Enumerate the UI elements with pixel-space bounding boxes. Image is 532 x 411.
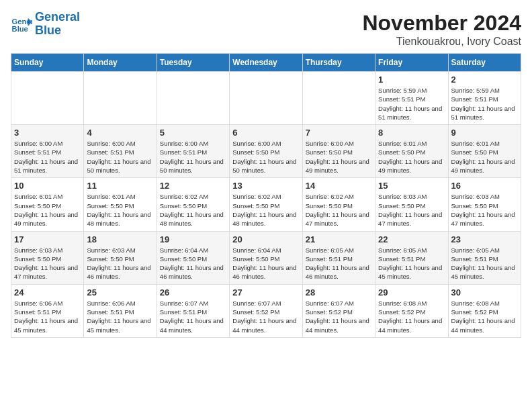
calendar-cell: 8Sunrise: 6:01 AM Sunset: 5:50 PM Daylig… [375, 125, 448, 178]
day-number: 17 [14, 234, 81, 244]
day-info: Sunrise: 5:59 AM Sunset: 5:51 PM Dayligh… [451, 86, 518, 122]
calendar-week-row: 3Sunrise: 6:00 AM Sunset: 5:51 PM Daylig… [11, 125, 521, 178]
logo-icon: General Blue [11, 13, 32, 35]
day-number: 21 [306, 234, 372, 244]
calendar-week-row: 17Sunrise: 6:03 AM Sunset: 5:50 PM Dayli… [11, 231, 521, 284]
day-number: 9 [451, 128, 518, 138]
calendar-cell: 27Sunrise: 6:07 AM Sunset: 5:52 PM Dayli… [230, 284, 302, 337]
calendar-cell: 17Sunrise: 6:03 AM Sunset: 5:50 PM Dayli… [11, 231, 84, 284]
day-info: Sunrise: 6:03 AM Sunset: 5:50 PM Dayligh… [378, 192, 445, 228]
calendar-week-row: 10Sunrise: 6:01 AM Sunset: 5:50 PM Dayli… [11, 178, 521, 231]
calendar-cell: 1Sunrise: 5:59 AM Sunset: 5:51 PM Daylig… [375, 72, 448, 125]
day-number: 1 [378, 75, 445, 85]
day-header-wednesday: Wednesday [230, 54, 302, 72]
calendar-week-row: 24Sunrise: 6:06 AM Sunset: 5:51 PM Dayli… [11, 284, 521, 337]
day-info: Sunrise: 6:02 AM Sunset: 5:50 PM Dayligh… [160, 192, 226, 228]
calendar-cell: 3Sunrise: 6:00 AM Sunset: 5:51 PM Daylig… [11, 125, 84, 178]
day-info: Sunrise: 6:04 AM Sunset: 5:50 PM Dayligh… [160, 246, 226, 281]
day-number: 15 [378, 181, 445, 191]
day-header-saturday: Saturday [448, 54, 521, 72]
day-info: Sunrise: 6:00 AM Sunset: 5:50 PM Dayligh… [306, 139, 372, 175]
day-info: Sunrise: 6:03 AM Sunset: 5:50 PM Dayligh… [14, 246, 81, 281]
calendar-cell: 12Sunrise: 6:02 AM Sunset: 5:50 PM Dayli… [157, 178, 229, 231]
calendar-subtitle: Tienkouakrou, Ivory Coast [362, 36, 521, 48]
day-info: Sunrise: 6:01 AM Sunset: 5:50 PM Dayligh… [87, 192, 153, 228]
day-number: 8 [378, 128, 445, 138]
day-number: 19 [160, 234, 226, 244]
calendar-cell: 4Sunrise: 6:00 AM Sunset: 5:51 PM Daylig… [84, 125, 157, 178]
day-info: Sunrise: 6:07 AM Sunset: 5:52 PM Dayligh… [306, 299, 372, 334]
day-number: 13 [232, 181, 299, 191]
logo-text-blue: Blue [35, 24, 80, 38]
day-info: Sunrise: 6:07 AM Sunset: 5:52 PM Dayligh… [232, 299, 299, 334]
day-number: 24 [14, 287, 81, 298]
day-number: 7 [306, 128, 372, 138]
calendar-cell [302, 72, 375, 125]
calendar-cell: 25Sunrise: 6:06 AM Sunset: 5:51 PM Dayli… [84, 284, 157, 337]
calendar-title: November 2024 [362, 11, 521, 36]
calendar-cell: 6Sunrise: 6:00 AM Sunset: 5:50 PM Daylig… [230, 125, 302, 178]
calendar-cell: 26Sunrise: 6:07 AM Sunset: 5:51 PM Dayli… [157, 284, 229, 337]
day-number: 20 [232, 234, 299, 244]
calendar-cell: 13Sunrise: 6:02 AM Sunset: 5:50 PM Dayli… [230, 178, 302, 231]
day-info: Sunrise: 6:01 AM Sunset: 5:50 PM Dayligh… [451, 139, 518, 175]
day-number: 29 [378, 287, 445, 298]
logo-text-general: General [35, 11, 80, 24]
day-number: 27 [232, 287, 299, 298]
day-header-sunday: Sunday [11, 54, 84, 72]
calendar-cell: 24Sunrise: 6:06 AM Sunset: 5:51 PM Dayli… [11, 284, 84, 337]
calendar-cell: 15Sunrise: 6:03 AM Sunset: 5:50 PM Dayli… [375, 178, 448, 231]
day-number: 12 [160, 181, 226, 191]
calendar-cell: 18Sunrise: 6:03 AM Sunset: 5:50 PM Dayli… [84, 231, 157, 284]
day-info: Sunrise: 6:04 AM Sunset: 5:50 PM Dayligh… [232, 246, 299, 281]
day-info: Sunrise: 6:02 AM Sunset: 5:50 PM Dayligh… [306, 192, 372, 228]
calendar-title-block: November 2024 Tienkouakrou, Ivory Coast [362, 11, 521, 48]
day-info: Sunrise: 6:06 AM Sunset: 5:51 PM Dayligh… [14, 299, 81, 334]
logo: General Blue General Blue [11, 11, 80, 38]
calendar-cell: 16Sunrise: 6:03 AM Sunset: 5:50 PM Dayli… [448, 178, 521, 231]
day-info: Sunrise: 5:59 AM Sunset: 5:51 PM Dayligh… [378, 86, 445, 122]
day-info: Sunrise: 6:06 AM Sunset: 5:51 PM Dayligh… [87, 299, 153, 334]
day-info: Sunrise: 6:03 AM Sunset: 5:50 PM Dayligh… [451, 192, 518, 228]
day-info: Sunrise: 6:08 AM Sunset: 5:52 PM Dayligh… [378, 299, 445, 334]
calendar-cell [11, 72, 84, 125]
day-info: Sunrise: 6:07 AM Sunset: 5:51 PM Dayligh… [160, 299, 226, 334]
day-number: 4 [87, 128, 153, 138]
calendar-cell: 7Sunrise: 6:00 AM Sunset: 5:50 PM Daylig… [302, 125, 375, 178]
day-info: Sunrise: 6:01 AM Sunset: 5:50 PM Dayligh… [378, 139, 445, 175]
calendar-cell: 22Sunrise: 6:05 AM Sunset: 5:51 PM Dayli… [375, 231, 448, 284]
calendar-header-row: SundayMondayTuesdayWednesdayThursdayFrid… [11, 54, 521, 72]
calendar-cell: 5Sunrise: 6:00 AM Sunset: 5:51 PM Daylig… [157, 125, 229, 178]
calendar-cell: 19Sunrise: 6:04 AM Sunset: 5:50 PM Dayli… [157, 231, 229, 284]
day-info: Sunrise: 6:00 AM Sunset: 5:50 PM Dayligh… [232, 139, 299, 175]
calendar-cell: 20Sunrise: 6:04 AM Sunset: 5:50 PM Dayli… [230, 231, 302, 284]
day-number: 16 [451, 181, 518, 191]
calendar-cell: 28Sunrise: 6:07 AM Sunset: 5:52 PM Dayli… [302, 284, 375, 337]
calendar-cell: 29Sunrise: 6:08 AM Sunset: 5:52 PM Dayli… [375, 284, 448, 337]
day-number: 14 [306, 181, 372, 191]
day-header-tuesday: Tuesday [157, 54, 229, 72]
calendar-cell: 2Sunrise: 5:59 AM Sunset: 5:51 PM Daylig… [448, 72, 521, 125]
calendar-cell: 10Sunrise: 6:01 AM Sunset: 5:50 PM Dayli… [11, 178, 84, 231]
day-number: 5 [160, 128, 226, 138]
day-info: Sunrise: 6:02 AM Sunset: 5:50 PM Dayligh… [232, 192, 299, 228]
day-info: Sunrise: 6:00 AM Sunset: 5:51 PM Dayligh… [160, 139, 226, 175]
calendar-cell: 14Sunrise: 6:02 AM Sunset: 5:50 PM Dayli… [302, 178, 375, 231]
day-info: Sunrise: 6:00 AM Sunset: 5:51 PM Dayligh… [14, 139, 81, 175]
day-info: Sunrise: 6:08 AM Sunset: 5:52 PM Dayligh… [451, 299, 518, 334]
calendar-cell: 11Sunrise: 6:01 AM Sunset: 5:50 PM Dayli… [84, 178, 157, 231]
calendar-cell [157, 72, 229, 125]
day-info: Sunrise: 6:05 AM Sunset: 5:51 PM Dayligh… [451, 246, 518, 281]
day-number: 25 [87, 287, 153, 298]
day-header-friday: Friday [375, 54, 448, 72]
day-info: Sunrise: 6:05 AM Sunset: 5:51 PM Dayligh… [378, 246, 445, 281]
calendar-cell: 21Sunrise: 6:05 AM Sunset: 5:51 PM Dayli… [302, 231, 375, 284]
calendar-cell [84, 72, 157, 125]
calendar-cell: 23Sunrise: 6:05 AM Sunset: 5:51 PM Dayli… [448, 231, 521, 284]
calendar-week-row: 1Sunrise: 5:59 AM Sunset: 5:51 PM Daylig… [11, 72, 521, 125]
day-number: 6 [232, 128, 299, 138]
day-number: 30 [451, 287, 518, 298]
day-info: Sunrise: 6:00 AM Sunset: 5:51 PM Dayligh… [87, 139, 153, 175]
day-info: Sunrise: 6:03 AM Sunset: 5:50 PM Dayligh… [87, 246, 153, 281]
day-header-monday: Monday [84, 54, 157, 72]
